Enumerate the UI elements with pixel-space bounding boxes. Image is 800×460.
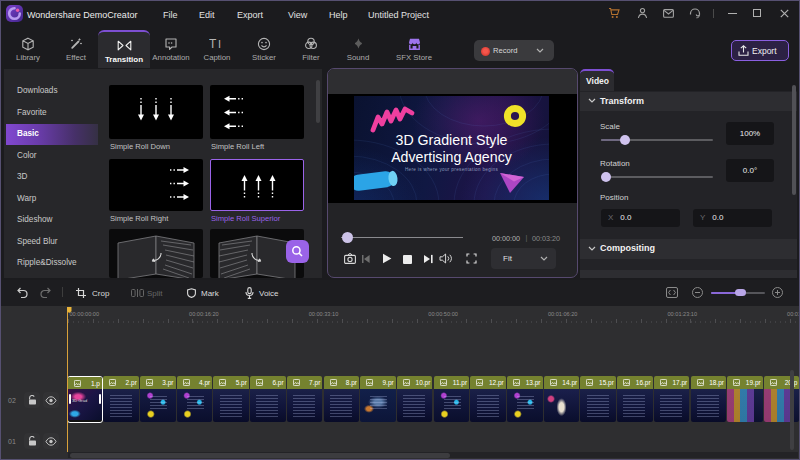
svg-text:T: T	[209, 37, 217, 50]
svg-text:I: I	[218, 38, 221, 50]
